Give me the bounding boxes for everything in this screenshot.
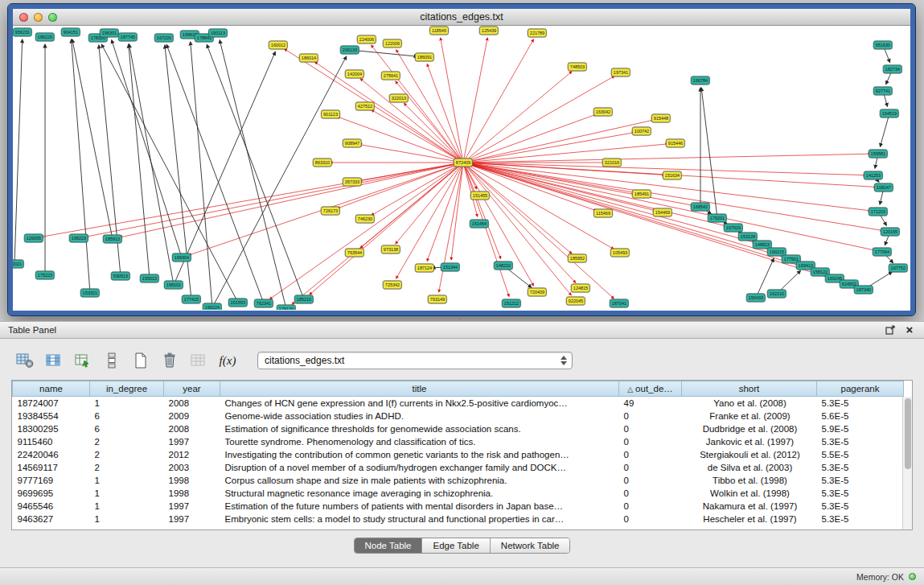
graph-node[interactable]: 151634 bbox=[663, 171, 682, 180]
column-header-in-degree[interactable]: in_degree bbox=[90, 381, 164, 397]
table-settings-icon[interactable] bbox=[14, 350, 35, 371]
close-panel-icon[interactable]: × bbox=[903, 323, 916, 336]
graph-node[interactable]: 168101 bbox=[164, 281, 183, 290]
graph-node[interactable]: 154469 bbox=[653, 208, 672, 217]
graph-node[interactable]: 186091 bbox=[415, 53, 434, 62]
graph-node[interactable]: 427512 bbox=[355, 102, 375, 111]
graph-node[interactable]: 185491 bbox=[632, 190, 651, 199]
graph-node[interactable]: 141253 bbox=[864, 171, 883, 180]
tab-node-table[interactable]: Node Table bbox=[355, 538, 423, 553]
network-canvas[interactable]: 8724091185461220061420049011238633107261… bbox=[13, 26, 910, 310]
graph-node[interactable]: 206133 bbox=[340, 46, 359, 55]
graph-node[interactable]: 221789 bbox=[528, 29, 547, 38]
graph-node[interactable]: 322013 bbox=[389, 94, 409, 103]
table-row[interactable]: 1872400712008Changes of HCN gene express… bbox=[13, 397, 904, 410]
function-builder-button[interactable]: f(x) bbox=[217, 350, 238, 371]
table-scrollbar[interactable] bbox=[902, 397, 912, 529]
graph-node[interactable]: 726173 bbox=[321, 207, 340, 216]
table-row[interactable]: 1830029562008Estimation of significance … bbox=[13, 422, 904, 435]
graph-node[interactable]: 120165 bbox=[881, 228, 900, 237]
graph-node[interactable]: 186220 bbox=[35, 33, 55, 42]
graph-node[interactable]: 321016 bbox=[602, 159, 622, 167]
graph-node[interactable]: 105493 bbox=[610, 249, 630, 257]
graph-node[interactable]: 275641 bbox=[381, 72, 400, 80]
graph-node[interactable]: 915448 bbox=[651, 114, 671, 123]
graph-node[interactable]: 179120 bbox=[277, 305, 296, 311]
graph-node[interactable]: 159581 bbox=[869, 150, 888, 159]
graph-node[interactable]: 151454 bbox=[470, 220, 489, 229]
graph-node[interactable]: 171203 bbox=[869, 208, 888, 216]
graph-node[interactable]: 177064 bbox=[873, 248, 892, 257]
table-row[interactable]: 911546021997Tourette syndrome. Phenomeno… bbox=[13, 435, 904, 448]
graph-node[interactable]: 904151 bbox=[61, 28, 80, 37]
column-header-pagerank[interactable]: pagerank bbox=[817, 381, 904, 397]
graph-node[interactable]: 763149 bbox=[428, 295, 447, 304]
table-row[interactable]: 1456911722003Disruption of a novel membe… bbox=[13, 461, 904, 474]
graph-node[interactable]: 762341 bbox=[254, 299, 273, 308]
graph-node[interactable]: 151344 bbox=[441, 263, 460, 272]
column-header-name[interactable]: name bbox=[13, 381, 90, 397]
graph-node[interactable]: 201553 bbox=[228, 299, 248, 307]
graph-node[interactable]: 357333 bbox=[343, 178, 362, 187]
float-panel-icon[interactable] bbox=[884, 323, 897, 336]
graph-node[interactable]: 124815 bbox=[571, 284, 590, 293]
window-titlebar[interactable]: citations_edges.txt bbox=[13, 9, 910, 26]
table-import-icon[interactable] bbox=[72, 350, 93, 371]
merge-table-icon[interactable] bbox=[188, 350, 209, 371]
column-visibility-icon[interactable] bbox=[43, 350, 64, 371]
graph-node[interactable]: 915446 bbox=[666, 139, 685, 148]
graph-node[interactable]: 168542 bbox=[691, 203, 710, 212]
graph-node[interactable]: 167919 bbox=[724, 224, 743, 233]
graph-node[interactable]: 167752 bbox=[889, 264, 908, 273]
graph-node[interactable]: 164519 bbox=[880, 109, 899, 118]
graph-node[interactable]: 186014 bbox=[299, 54, 318, 63]
graph-node[interactable]: 812021 bbox=[13, 260, 24, 269]
table-row[interactable]: 2242004622012Investigating the contribut… bbox=[13, 448, 904, 461]
network-selector[interactable]: citations_edges.txt bbox=[257, 352, 573, 369]
graph-node[interactable]: 901123 bbox=[321, 110, 340, 119]
row-tools-icon[interactable] bbox=[101, 350, 122, 371]
graph-node[interactable]: 100742 bbox=[632, 127, 651, 136]
graph-node[interactable]: 746230 bbox=[355, 215, 375, 224]
graph-node[interactable]: 166784 bbox=[691, 76, 710, 85]
graph-node[interactable]: 927741 bbox=[873, 87, 893, 96]
table-row[interactable]: 977716911998Corpus callosum shape and si… bbox=[13, 474, 904, 487]
graph-node[interactable]: 951630 bbox=[873, 41, 893, 50]
graph-node[interactable]: 922045 bbox=[566, 297, 585, 306]
graph-node[interactable]: 196301 bbox=[100, 29, 119, 38]
new-table-icon[interactable] bbox=[130, 350, 151, 371]
graph-node[interactable]: 151212 bbox=[502, 299, 521, 308]
graph-node[interactable]: 908947 bbox=[343, 139, 362, 148]
graph-node[interactable]: 160012 bbox=[269, 41, 288, 50]
graph-node[interactable]: 197341 bbox=[611, 68, 630, 77]
graph-node[interactable]: 175223 bbox=[35, 271, 55, 280]
table-row[interactable]: 946362711997Embryonic stem cells: a mode… bbox=[13, 513, 904, 525]
graph-node[interactable]: 150433 bbox=[746, 294, 766, 303]
graph-node[interactable]: 163042 bbox=[593, 108, 613, 117]
graph-node[interactable]: 179201 bbox=[708, 214, 727, 223]
tab-network-table[interactable]: Network Table bbox=[491, 538, 570, 553]
graph-node[interactable]: 126065 bbox=[24, 234, 43, 243]
graph-node[interactable]: 125439 bbox=[479, 27, 499, 35]
graph-node[interactable]: 167220 bbox=[154, 34, 174, 43]
graph-node[interactable]: 190224 bbox=[203, 303, 222, 311]
graph-node[interactable]: 168223 bbox=[69, 234, 88, 243]
graph-node[interactable]: 182734 bbox=[883, 65, 902, 74]
column-header-year[interactable]: year bbox=[164, 381, 220, 397]
graph-node[interactable]: 185210 bbox=[294, 295, 314, 304]
graph-node[interactable]: 187041 bbox=[610, 299, 629, 308]
graph-node[interactable]: 187340 bbox=[854, 286, 873, 295]
graph-node[interactable]: 118546 bbox=[429, 27, 449, 35]
table-row[interactable]: 946554611997Estimation of the future num… bbox=[13, 500, 904, 513]
close-window-button[interactable] bbox=[19, 13, 28, 22]
table-row[interactable]: 1938455462009Genome-wide association stu… bbox=[13, 410, 904, 422]
graph-node[interactable]: 187124 bbox=[415, 264, 434, 273]
column-header-out-degree[interactable]: △out_de… bbox=[619, 381, 682, 397]
table-row[interactable]: 969969511998Structural magnetic resonanc… bbox=[13, 487, 904, 500]
graph-node[interactable]: 187745 bbox=[118, 33, 138, 42]
graph-node[interactable]: 863310 bbox=[313, 159, 332, 167]
graph-node[interactable]: 590513 bbox=[111, 272, 130, 281]
graph-node[interactable]: 224006 bbox=[357, 35, 376, 44]
graph-node[interactable]: 153321 bbox=[80, 289, 100, 298]
graph-node[interactable]: 142004 bbox=[345, 70, 364, 79]
